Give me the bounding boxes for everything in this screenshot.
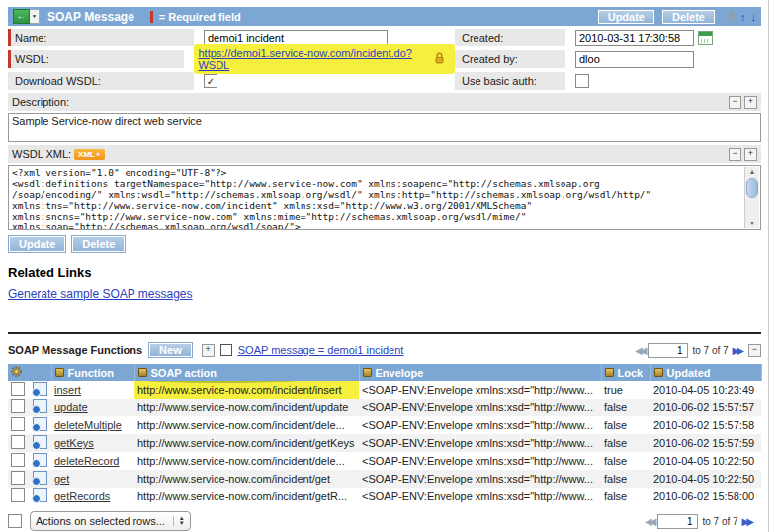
function-link[interactable]: get: [54, 473, 69, 485]
wsdl-label: WSDL:: [8, 50, 184, 68]
download-wsdl-checkbox[interactable]: ✓: [204, 74, 217, 88]
prev-page-icon[interactable]: ◀◀: [645, 516, 653, 527]
column-header-updated[interactable]: Updated: [650, 364, 761, 381]
list-footer: Actions on selected rows... ▲▼ ◀◀ to 7 o…: [8, 511, 761, 531]
function-link[interactable]: getKeys: [54, 437, 94, 449]
next-page-icon[interactable]: ▶▶: [742, 516, 751, 527]
row-checkbox[interactable]: [11, 435, 25, 449]
record-preview-icon[interactable]: [33, 417, 47, 431]
column-header-soap-action[interactable]: SOAP action: [134, 364, 359, 381]
wsdl-highlight: https://demoi1.service-now.com/incident.…: [194, 44, 455, 74]
name-field[interactable]: [204, 30, 388, 46]
generate-sample-soap-messages-link[interactable]: Generate sample SOAP messages: [8, 287, 193, 301]
select-all-checkbox[interactable]: [8, 514, 22, 528]
delete-button[interactable]: Delete: [661, 9, 716, 25]
row-range-label: to 7 of 7: [692, 345, 728, 356]
lock-cell: false: [601, 434, 650, 452]
function-link[interactable]: deleteRecord: [54, 455, 119, 467]
table-row: getKeys http://www.service-now.com/incid…: [8, 434, 761, 452]
scrollbar-down-icon[interactable]: ▼: [749, 219, 756, 228]
functions-list-header: SOAP Message Functions New + SOAP messag…: [8, 338, 761, 362]
lock-cell: false: [601, 416, 650, 434]
calendar-icon[interactable]: [698, 31, 713, 45]
function-link[interactable]: insert: [54, 384, 81, 396]
row-checkbox[interactable]: [11, 488, 25, 502]
created-field[interactable]: [575, 30, 694, 46]
description-label: Description:: [12, 96, 69, 108]
attachment-paperclip-icon[interactable]: [726, 9, 736, 25]
row-checkbox[interactable]: [11, 453, 25, 467]
required-field-legend: = Required field: [159, 11, 241, 23]
required-field-marker: [150, 11, 153, 23]
created-by-field[interactable]: [575, 51, 694, 68]
expand-icon[interactable]: +: [744, 148, 757, 161]
column-header-function[interactable]: Function: [51, 364, 134, 381]
soap-action-cell: http://www.service-now.com/incident/dele…: [134, 452, 359, 470]
column-icon: [605, 368, 614, 377]
function-link[interactable]: deleteMultiple: [54, 419, 122, 431]
row-checkbox[interactable]: [11, 471, 25, 485]
scrollbar-thumb[interactable]: [746, 178, 758, 198]
function-link[interactable]: update: [54, 401, 88, 413]
envelope-cell: <SOAP-ENV:Envelope xmlns:xsd="http://www…: [359, 434, 601, 452]
xml-badge-button[interactable]: XML▸: [74, 149, 104, 160]
description-section-bar: Description: − +: [8, 93, 761, 111]
created-by-label: Created by:: [455, 50, 565, 68]
updated-cell: 2010-06-02 15:57:59: [650, 434, 761, 452]
update-button-bottom[interactable]: Update: [8, 235, 66, 253]
wsdl-xml-textarea[interactable]: <?xml version="1.0" encoding="UTF-8"?> <…: [8, 165, 761, 230]
function-link[interactable]: getRecords: [54, 490, 110, 502]
next-page-icon[interactable]: ▶▶: [733, 345, 741, 356]
soap-action-cell: http://www.service-now.com/incident/get: [134, 470, 359, 488]
new-button[interactable]: New: [148, 342, 193, 358]
row-checkbox[interactable]: [11, 417, 25, 431]
column-header-envelope[interactable]: Envelope: [359, 364, 601, 381]
content-frame-border: [768, 0, 769, 532]
list-mode-icon[interactable]: [220, 344, 232, 356]
scroll-to-bottom-icon[interactable]: ↓: [751, 11, 757, 23]
breadcrumb[interactable]: SOAP message = demoi1 incident: [238, 344, 404, 356]
use-basic-auth-checkbox[interactable]: [575, 74, 589, 88]
back-menu-caret-icon[interactable]: ▼: [30, 9, 40, 24]
wsdl-xml-label: WSDL XML:: [12, 148, 71, 160]
collapse-icon[interactable]: −: [729, 148, 741, 161]
section-divider: [8, 332, 761, 334]
description-textarea[interactable]: Sample Service-now direct web service: [8, 113, 761, 142]
xml-scrollbar[interactable]: ▲ ▼: [744, 167, 759, 228]
table-row: get http://www.service-now.com/incident/…: [8, 470, 761, 488]
record-preview-icon[interactable]: [33, 471, 47, 485]
scrollbar-up-icon[interactable]: ▲: [749, 167, 756, 177]
form-fields: Name: WSDL: https://demoi1.service-now.c…: [8, 28, 761, 93]
page-number-input[interactable]: [648, 343, 688, 358]
collapse-icon[interactable]: −: [729, 96, 741, 109]
collapse-list-icon[interactable]: −: [748, 344, 761, 357]
expand-all-icon[interactable]: +: [202, 344, 215, 357]
actions-select[interactable]: Actions on selected rows... ▲▼: [30, 511, 191, 531]
lock-cell: false: [601, 452, 650, 470]
gear-icon[interactable]: [11, 366, 22, 379]
scroll-to-top-icon[interactable]: ↑: [740, 11, 746, 23]
update-button[interactable]: Update: [597, 9, 655, 25]
functions-list-title: SOAP Message Functions: [8, 344, 142, 356]
row-checkbox[interactable]: [11, 382, 25, 396]
expand-icon[interactable]: +: [744, 96, 757, 109]
updated-cell: 2010-06-02 15:58:00: [650, 488, 761, 505]
record-preview-icon[interactable]: [33, 399, 47, 413]
envelope-cell: <SOAP-ENV:Envelope xmlns:xsd="http://www…: [359, 452, 601, 470]
record-preview-icon[interactable]: [33, 382, 47, 396]
soap-action-cell: http://www.service-now.com/incident/dele…: [134, 416, 359, 434]
row-checkbox[interactable]: [11, 399, 25, 413]
page-number-input[interactable]: [657, 514, 698, 529]
prev-page-icon[interactable]: ◀◀: [635, 345, 644, 356]
table-row: update http://www.service-now.com/incide…: [8, 399, 761, 416]
lock-icon: [434, 52, 445, 66]
soap-action-cell: http://www.service-now.com/incident/getR…: [134, 488, 359, 505]
delete-button-bottom[interactable]: Delete: [71, 235, 126, 253]
wsdl-link[interactable]: https://demoi1.service-now.com/incident.…: [198, 47, 429, 71]
table-header-row: Function SOAP action Envelope Lock Updat…: [8, 364, 761, 381]
record-preview-icon[interactable]: [33, 453, 47, 467]
back-icon[interactable]: ←: [13, 9, 30, 24]
record-preview-icon[interactable]: [33, 488, 47, 502]
column-header-lock[interactable]: Lock: [601, 364, 650, 381]
record-preview-icon[interactable]: [33, 435, 47, 449]
